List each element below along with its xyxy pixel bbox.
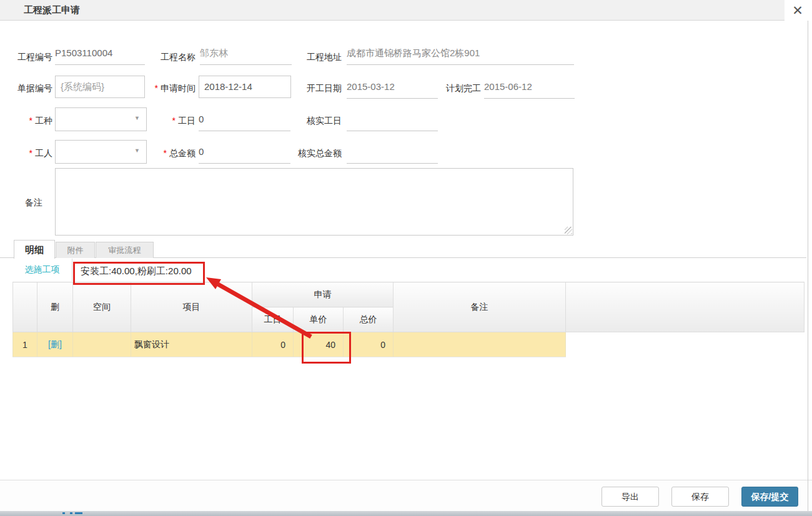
work-type-select[interactable]: ▼ <box>55 107 147 131</box>
col-header-price: 单价 <box>294 307 344 332</box>
col-header-remark: 备注 <box>394 282 566 332</box>
tab-attachment[interactable]: 附件 <box>56 242 95 258</box>
work-type-label: *工种 <box>9 114 52 127</box>
work-days-label: *工日 <box>142 114 196 127</box>
cell-item: 飘窗设计 <box>131 332 252 357</box>
remark-label: 备注 <box>9 196 42 209</box>
cell-space <box>73 332 131 357</box>
project-address-value: 成都市通锦桥路马家公馆2栋901 <box>347 45 574 65</box>
col-header-days: 工日 <box>252 307 294 332</box>
save-button[interactable]: 保存 <box>671 487 729 507</box>
plan-finish-label: 计划完工 <box>431 81 481 95</box>
verify-days-input[interactable] <box>347 111 438 131</box>
pick-construction-item-link[interactable]: 选施工项 <box>25 264 60 274</box>
dispatch-dialog: 工程派工申请 ✕ 工程编号 P1503110004 工程名称 邹东林 工程地址 … <box>0 0 812 516</box>
dialog-titlebar: 工程派工申请 <box>0 0 785 21</box>
total-amount-input[interactable]: 0 <box>199 144 290 164</box>
apply-time-input[interactable]: 2018-12-14 <box>199 76 291 98</box>
resize-grip-icon[interactable] <box>565 227 572 234</box>
verify-days-label: 核实工日 <box>284 114 342 127</box>
pager-dash <box>70 512 72 514</box>
cell-filler <box>566 332 805 357</box>
total-amount-label: *总金额 <box>142 146 196 160</box>
background-page-strip <box>0 511 812 516</box>
project-address-label: 工程地址 <box>284 50 342 64</box>
project-no-label: 工程编号 <box>9 50 52 64</box>
pick-item-cell: 选施工项 <box>12 259 72 281</box>
cell-remark[interactable] <box>394 332 566 357</box>
dialog-footer: 导出 保存 保存/提交 <box>0 480 812 511</box>
annotation-box-tooltip: 安装工:40.00,粉刷工:20.00 <box>73 262 205 285</box>
col-header-filler <box>566 282 805 332</box>
required-mark: * <box>29 116 32 126</box>
col-header-delete: 删 <box>37 282 73 332</box>
doc-no-input[interactable]: {系统编码} <box>55 76 145 98</box>
detail-table: 删 空间 项目 申请 备注 工日 单价 总价 1 [删] 飘窗设计 0 40 0 <box>12 282 805 357</box>
apply-time-label: *申请时间 <box>142 81 196 95</box>
work-days-input[interactable]: 0 <box>199 111 290 131</box>
delete-row-link[interactable]: [删] <box>48 339 62 349</box>
export-button[interactable]: 导出 <box>602 487 659 507</box>
col-header-item: 项目 <box>131 282 252 332</box>
tab-bar: 明细 附件 审批流程 <box>0 241 806 258</box>
cell-index: 1 <box>13 332 37 357</box>
remark-textarea[interactable] <box>55 168 573 236</box>
project-no-value: P1503110004 <box>55 45 145 65</box>
required-mark: * <box>172 116 176 126</box>
col-header-space: 空间 <box>73 282 131 332</box>
doc-no-label: 单据编号 <box>9 81 52 95</box>
table-row: 1 [删] 飘窗设计 0 40 0 <box>13 332 805 357</box>
project-name-value: 邹东林 <box>200 45 292 65</box>
tab-approval[interactable]: 审批流程 <box>96 242 154 258</box>
worker-select[interactable]: ▼ <box>55 140 147 164</box>
required-mark: * <box>29 148 32 158</box>
worker-label: *工人 <box>9 146 52 160</box>
caret-down-icon: ▼ <box>134 147 140 154</box>
col-header-group-apply: 申请 <box>252 282 394 307</box>
annotation-box-price-cell <box>302 332 351 364</box>
verify-amount-label: 核实总金额 <box>284 146 342 160</box>
col-header-index <box>13 282 37 332</box>
verify-amount-input[interactable] <box>347 144 438 164</box>
cell-delete: [删] <box>37 332 73 357</box>
window-edge <box>808 21 808 511</box>
required-mark: * <box>155 83 158 93</box>
tab-detail[interactable]: 明细 <box>14 240 55 259</box>
pager-dash <box>75 512 82 514</box>
dialog-title: 工程派工申请 <box>24 4 80 16</box>
start-date-label: 开工日期 <box>284 81 342 95</box>
save-submit-button[interactable]: 保存/提交 <box>741 487 798 507</box>
required-mark: * <box>164 148 167 158</box>
project-name-label: 工程名称 <box>144 50 196 64</box>
plan-finish-value: 2015-06-12 <box>484 79 575 99</box>
close-icon[interactable]: ✕ <box>788 2 807 19</box>
pager-dash <box>62 512 65 514</box>
cell-days[interactable]: 0 <box>252 332 294 357</box>
price-tooltip-text: 安装工:40.00,粉刷工:20.00 <box>81 265 192 277</box>
col-header-total: 总价 <box>344 307 394 332</box>
caret-down-icon: ▼ <box>134 115 140 121</box>
start-date-value: 2015-03-12 <box>347 79 438 99</box>
